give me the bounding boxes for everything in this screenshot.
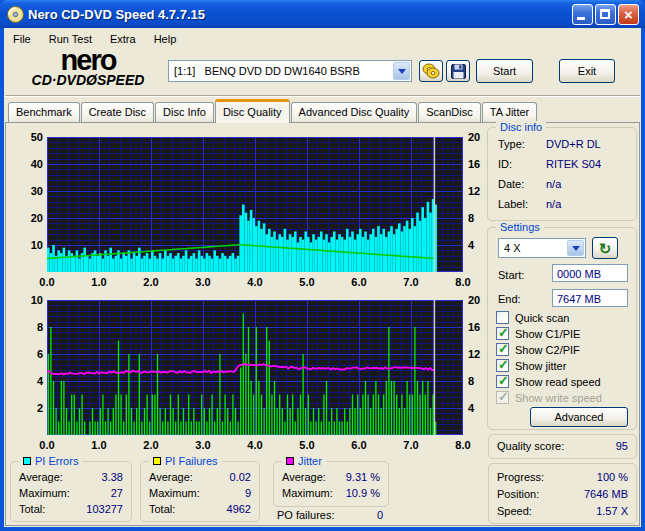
pi-errors-avg-value: 3.38 xyxy=(102,471,123,483)
speed-select-value: 4 X xyxy=(499,242,566,254)
jitter-panel: Jitter Average:9.31 % Maximum:10.9 % xyxy=(273,461,389,507)
checkbox-show-c2-pif[interactable]: ✓ Show C2/PIF xyxy=(496,343,580,356)
pi-errors-total-label: Total: xyxy=(19,503,45,515)
position-value: 7646 MB xyxy=(584,488,628,500)
pi-errors-title: PI Errors xyxy=(19,455,82,467)
checkbox-box: ✓ xyxy=(496,391,509,404)
nero-logo-text: nero xyxy=(12,47,164,73)
menu-file[interactable]: File xyxy=(6,31,38,48)
checkbox-quick-scan[interactable]: ✓ Quick scan xyxy=(496,311,569,324)
pi-errors-avg-label: Average: xyxy=(19,471,63,483)
speed-label: Speed: xyxy=(497,505,532,517)
tab-create-disc[interactable]: Create Disc xyxy=(81,102,154,123)
tab-scandisc[interactable]: ScanDisc xyxy=(418,102,480,123)
start-position-label: Start: xyxy=(498,269,524,281)
pi-errors-max-value: 27 xyxy=(111,487,123,499)
nero-logo: nero CD·DVDØSPEED xyxy=(12,47,164,88)
save-icon xyxy=(451,64,466,79)
chevron-down-icon[interactable] xyxy=(393,62,410,80)
checkbox-box[interactable]: ✓ xyxy=(496,359,509,372)
pi-errors-panel: PI Errors Average:3.38 Maximum:27 Total:… xyxy=(10,461,132,522)
settings-title: Settings xyxy=(496,221,544,233)
end-position-label: End: xyxy=(498,293,521,305)
checkbox-label: Show write speed xyxy=(515,392,602,404)
speed-select[interactable]: 4 X xyxy=(498,238,586,258)
tab-benchmark[interactable]: Benchmark xyxy=(8,102,80,123)
disc-label-value: n/a xyxy=(546,198,561,210)
window-title: Nero CD-DVD Speed 4.7.7.15 xyxy=(28,7,205,22)
checkbox-show-jitter[interactable]: ✓ Show jitter xyxy=(496,359,566,372)
pi-failures-panel: PI Failures Average:0.02 Maximum:9 Total… xyxy=(140,461,260,522)
disc-id-label: ID: xyxy=(498,158,512,170)
pi-failures-avg-label: Average: xyxy=(149,471,193,483)
maximize-button[interactable] xyxy=(595,4,616,25)
pi-failures-total-label: Total: xyxy=(149,503,175,515)
checkbox-box[interactable]: ✓ xyxy=(496,311,509,324)
checkbox-show-c1-pie[interactable]: ✓ Show C1/PIE xyxy=(496,327,580,340)
jitter-title: Jitter xyxy=(282,455,326,467)
start-position-input[interactable] xyxy=(552,264,628,282)
maximize-icon xyxy=(600,9,610,19)
disc-type-label: Type: xyxy=(498,138,525,150)
jitter-max-value: 10.9 % xyxy=(346,487,380,499)
checkbox-box[interactable]: ✓ xyxy=(496,375,509,388)
checkbox-box[interactable]: ✓ xyxy=(496,343,509,356)
checkbox-label: Quick scan xyxy=(515,312,569,324)
position-label: Position: xyxy=(497,488,539,500)
header-separator xyxy=(5,95,640,97)
pi-errors-legend-icon xyxy=(23,457,31,465)
refresh-icon: ↻ xyxy=(599,241,612,256)
checkbox-show-read-speed[interactable]: ✓ Show read speed xyxy=(496,375,601,388)
close-icon: × xyxy=(619,5,638,24)
disc-stack-icon xyxy=(422,63,440,79)
close-button[interactable]: × xyxy=(618,4,639,25)
end-position-input[interactable] xyxy=(552,289,628,307)
jitter-legend-icon xyxy=(286,457,294,465)
save-button[interactable] xyxy=(446,60,470,82)
pi-failures-title: PI Failures xyxy=(149,455,222,467)
tab-ta-jitter[interactable]: TA Jitter xyxy=(482,102,538,123)
tab-advanced-disc-quality[interactable]: Advanced Disc Quality xyxy=(291,102,418,123)
jitter-max-label: Maximum: xyxy=(282,487,333,499)
refresh-button[interactable]: ↻ xyxy=(592,237,618,259)
progress-label: Progress: xyxy=(497,471,544,483)
disc-info-group: Disc info Type: DVD+R DL ID: RITEK S04 D… xyxy=(487,127,637,221)
app-window: Nero CD-DVD Speed 4.7.7.15 × File Run Te… xyxy=(0,0,645,531)
speed-value: 1.57 X xyxy=(596,505,628,517)
pi-failures-legend-icon xyxy=(153,457,161,465)
pi-failures-total-value: 4962 xyxy=(227,503,251,515)
pi-failures-max-value: 9 xyxy=(245,487,251,499)
chevron-down-icon[interactable] xyxy=(567,240,584,256)
app-cd-icon xyxy=(7,6,24,23)
quality-score-label: Quality score: xyxy=(497,440,564,452)
tab-disc-quality[interactable]: Disc Quality xyxy=(215,99,290,123)
checkbox-label: Show jitter xyxy=(515,360,566,372)
checkbox-box[interactable]: ✓ xyxy=(496,327,509,340)
progress-box: Progress: 100 % Position: 7646 MB Speed:… xyxy=(488,463,637,524)
checkbox-label: Show C2/PIF xyxy=(515,344,580,356)
disc-date-value: n/a xyxy=(546,178,561,190)
quality-score-value: 95 xyxy=(616,440,628,452)
disc-type-value: DVD+R DL xyxy=(546,138,601,150)
checkbox-label: Show read speed xyxy=(515,376,601,388)
po-failures-value: 0 xyxy=(377,509,383,521)
title-bar[interactable]: Nero CD-DVD Speed 4.7.7.15 × xyxy=(0,0,645,28)
tab-disc-info[interactable]: Disc Info xyxy=(155,102,214,123)
pi-errors-total-value: 103277 xyxy=(86,503,123,515)
drive-select[interactable]: [1:1] BENQ DVD DD DW1640 BSRB xyxy=(168,60,412,82)
pi-errors-max-label: Maximum: xyxy=(19,487,70,499)
eject-disc-button[interactable] xyxy=(419,60,443,82)
disc-date-label: Date: xyxy=(498,178,524,190)
menu-help[interactable]: Help xyxy=(147,31,184,48)
settings-group: Settings 4 X ↻ Start: End: ✓ Quick scan … xyxy=(487,227,637,430)
advanced-button[interactable]: Advanced xyxy=(530,407,628,427)
po-failures-label: PO failures: xyxy=(277,509,334,521)
exit-button[interactable]: Exit xyxy=(559,59,615,83)
minimize-button[interactable] xyxy=(572,4,593,25)
quality-score-box: Quality score: 95 xyxy=(488,434,637,459)
pi-failures-max-label: Maximum: xyxy=(149,487,200,499)
disc-id-value: RITEK S04 xyxy=(546,158,601,170)
start-button[interactable]: Start xyxy=(476,59,533,83)
pi-failures-avg-value: 0.02 xyxy=(230,471,251,483)
checkbox-label: Show C1/PIE xyxy=(515,328,580,340)
